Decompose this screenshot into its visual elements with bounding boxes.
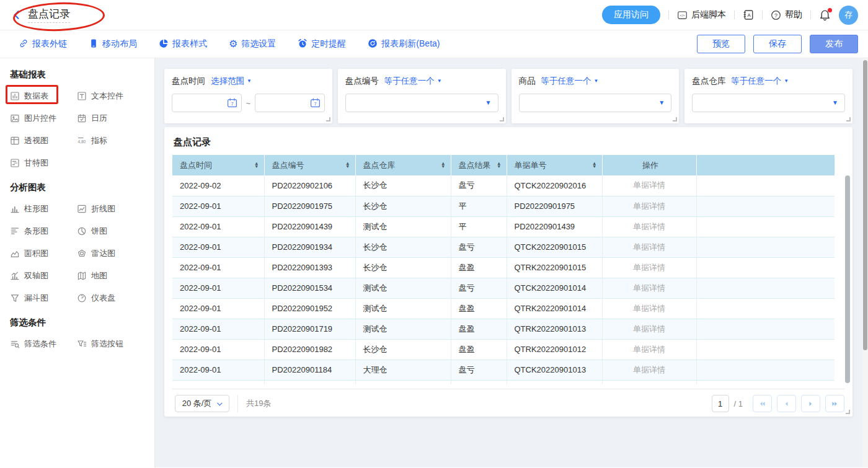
table-cell: QTRK20220901014 <box>507 298 602 319</box>
column-header[interactable]: 单据单号▲▼ <box>507 155 602 175</box>
record-detail-link[interactable]: 单据详情 <box>602 175 696 196</box>
table-cell: PD20220901982 <box>264 339 355 360</box>
widget-resize-handle[interactable] <box>846 117 851 121</box>
next-page-button[interactable] <box>801 395 820 412</box>
sidebar-item-text-widget[interactable]: 文本控件 <box>77 91 148 102</box>
data-table-widget[interactable]: 盘点记录 盘点时间▲▼盘点编号▲▼盘点仓库▲▼盘点结果▲▼单据单号▲▼操作202… <box>164 127 852 417</box>
column-chart-icon <box>10 204 20 214</box>
backend-script-button[interactable]: </> 后端脚本 <box>677 9 726 20</box>
record-detail-link[interactable]: 单据详情 <box>602 257 696 278</box>
record-detail-link[interactable]: 单据详情 <box>602 339 696 360</box>
help-button[interactable]: ? 帮助 <box>771 9 802 20</box>
sort-icon[interactable]: ▲▼ <box>588 162 596 168</box>
first-page-button[interactable] <box>753 395 772 412</box>
sidebar-item-pivot-view[interactable]: 透视图 <box>10 135 77 146</box>
filter-select[interactable]: ▼ <box>692 94 845 112</box>
filter-widget-inventory-no[interactable]: 盘点编号 等于任意一个▼ ▼ <box>338 69 506 123</box>
record-detail-link[interactable]: 单据详情 <box>602 196 696 216</box>
sort-icon[interactable]: ▲▼ <box>437 162 445 168</box>
caret-down-icon: ▼ <box>784 79 789 84</box>
text-icon <box>77 91 87 101</box>
filter-operator-dropdown[interactable]: 等于任意一个▼ <box>541 76 599 87</box>
notification-bell[interactable] <box>819 9 831 21</box>
sidebar-item-bar-chart[interactable]: 条形图 <box>10 226 77 237</box>
table-cell: PD20220901975 <box>264 196 355 216</box>
page-number-input[interactable]: 1 <box>712 395 729 412</box>
record-detail-link[interactable]: 单据详情 <box>602 298 696 319</box>
toolbar-item-mobile-layout[interactable]: 移动布局 <box>89 38 137 50</box>
sidebar-item-gauge-chart[interactable]: 仪表盘 <box>77 293 148 304</box>
toolbar-item-report-refresh[interactable]: 报表刷新(Beta) <box>368 38 440 50</box>
widget-resize-handle[interactable] <box>500 117 504 121</box>
filter-operator-dropdown[interactable]: 选择范围▼ <box>211 76 252 87</box>
filter-widgets: 盘点时间 选择范围▼ 7 ~ 7 盘点编号 等于任意一个▼ ▼ 商品 等于任意一… <box>164 69 852 123</box>
preview-button[interactable]: 预览 <box>697 35 745 53</box>
column-header[interactable]: 盘点结果▲▼ <box>451 155 507 175</box>
sidebar-item-dual-axis-chart[interactable]: 双轴图 <box>10 270 77 281</box>
table-scrollbar[interactable] <box>845 175 850 383</box>
sidebar-item-line-chart[interactable]: 折线图 <box>77 203 148 214</box>
record-detail-link[interactable]: 单据详情 <box>602 237 696 257</box>
avatar[interactable]: 存 <box>839 6 858 25</box>
sidebar-item-filter-condition[interactable]: 筛选条件 <box>10 338 77 350</box>
toolbar-item-filter-settings[interactable]: ⚙筛选设置 <box>229 38 276 50</box>
toolbar-item-scheduled-reminder[interactable]: 定时提醒 <box>298 38 346 50</box>
gear-icon: ⚙ <box>229 39 237 49</box>
filter-widget-inventory-time[interactable]: 盘点时间 选择范围▼ 7 ~ 7 <box>164 69 332 123</box>
table-cell: PD20220901439 <box>264 216 355 237</box>
report-canvas: 盘点时间 选择范围▼ 7 ~ 7 盘点编号 等于任意一个▼ ▼ 商品 等于任意一… <box>155 58 868 467</box>
column-header: 操作 <box>602 155 696 175</box>
publish-button[interactable]: 发布 <box>810 35 858 53</box>
column-header[interactable]: 盘点时间▲▼ <box>172 155 264 175</box>
manual-button[interactable]: A <box>743 9 754 20</box>
table-cell: PD20220901534 <box>264 278 355 298</box>
date-start-input[interactable]: 7 <box>172 94 242 112</box>
filter-widget-product[interactable]: 商品 等于任意一个▼ ▼ <box>512 69 680 123</box>
filter-select[interactable]: ▼ <box>519 94 672 112</box>
table-row: 2022-09-01PD20220901439测试仓平PD20220901439… <box>172 216 835 237</box>
sidebar-item-pie-chart[interactable]: 饼图 <box>77 226 148 237</box>
sidebar-item-area-chart[interactable]: 面积图 <box>10 248 77 259</box>
app-access-button[interactable]: 应用访问 <box>602 6 660 24</box>
record-detail-link[interactable]: 单据详情 <box>602 278 696 298</box>
sidebar-item-map-chart[interactable]: 地图 <box>77 270 148 281</box>
prev-page-button[interactable] <box>777 395 796 412</box>
back-button[interactable] <box>11 9 22 20</box>
column-header[interactable]: 盘点仓库▲▼ <box>355 155 451 175</box>
page-title[interactable]: 盘点记录 <box>28 7 70 23</box>
sidebar-item-radar-chart[interactable]: 雷达图 <box>77 248 148 259</box>
column-header[interactable]: 盘点编号▲▼ <box>264 155 355 175</box>
sidebar-item-gantt[interactable]: 甘特图 <box>10 157 77 169</box>
sort-icon[interactable]: ▲▼ <box>342 162 350 168</box>
sidebar-item-calendar[interactable]: 日历 <box>77 113 148 124</box>
toolbar-item-report-link[interactable]: 报表外链 <box>19 38 67 50</box>
record-detail-link[interactable]: 单据详情 <box>602 319 696 339</box>
widget-resize-handle[interactable] <box>673 117 677 121</box>
sort-icon[interactable]: ▲▼ <box>250 162 259 168</box>
widget-resize-handle[interactable] <box>326 117 330 121</box>
filter-operator-dropdown[interactable]: 等于任意一个▼ <box>384 76 442 87</box>
sidebar-item-funnel-chart[interactable]: 漏斗图 <box>10 293 77 304</box>
filter-select[interactable]: ▼ <box>345 94 498 112</box>
record-detail-link[interactable]: 单据详情 <box>602 360 696 380</box>
save-button[interactable]: 保存 <box>753 35 802 53</box>
sidebar-item-indicator[interactable]: 4,80指标 <box>77 135 148 146</box>
sort-icon[interactable]: ▲▼ <box>493 162 501 168</box>
toolbar-item-report-style[interactable]: 报表样式 <box>159 38 207 50</box>
page-size-select[interactable]: 20 条/页 <box>175 395 229 412</box>
sidebar-item-filter-button[interactable]: 筛选按钮 <box>77 338 148 350</box>
filter-operator-dropdown[interactable]: 等于任意一个▼ <box>731 76 789 87</box>
sidebar-item-image-widget[interactable]: 图片控件 <box>10 113 77 124</box>
page-count: / 1 <box>734 399 743 408</box>
table-cell: 盘亏 <box>451 278 507 298</box>
table-cell: 大理仓 <box>355 360 451 380</box>
record-detail-link[interactable]: 单据详情 <box>602 216 696 237</box>
sidebar-item-column-chart[interactable]: 柱形图 <box>10 203 77 214</box>
last-page-button[interactable] <box>825 395 844 412</box>
widget-resize-handle[interactable] <box>846 410 850 414</box>
table-cell: PD20220901439 <box>507 216 602 237</box>
filter-widget-inventory-warehouse[interactable]: 盘点仓库 等于任意一个▼ ▼ <box>684 69 852 123</box>
date-end-input[interactable]: 7 <box>255 94 325 112</box>
sidebar-item-data-table[interactable]: 数据表 <box>10 91 77 102</box>
page-scrollbar[interactable] <box>862 58 868 467</box>
